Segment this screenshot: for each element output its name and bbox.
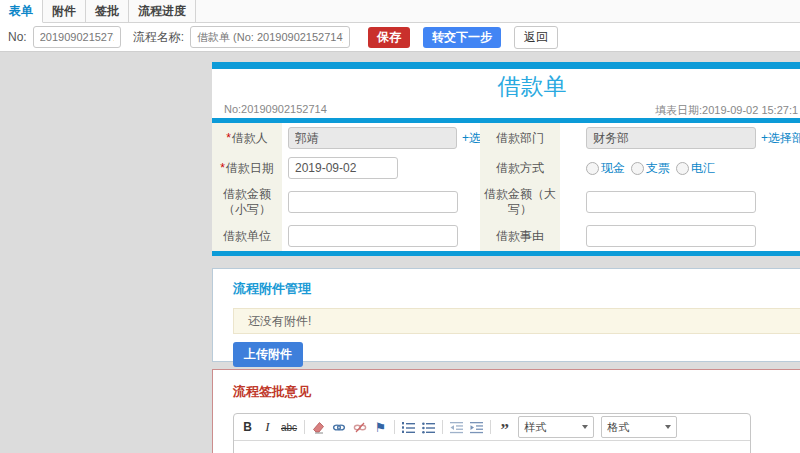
loan-date-input[interactable]	[288, 157, 398, 179]
rich-text-editor: B I abc ⚑	[233, 413, 751, 453]
borrower-label: * 借款人	[212, 123, 282, 153]
required-mark: *	[226, 131, 231, 146]
process-name-input[interactable]	[190, 26, 350, 48]
loan-reason-field	[560, 221, 800, 251]
blockquote-icon[interactable]: ”	[498, 422, 511, 438]
toolbar-separator	[394, 420, 395, 434]
styles-select[interactable]: 样式	[518, 416, 594, 438]
anchor-flag-icon[interactable]: ⚑	[374, 419, 387, 435]
amount-lower-field	[282, 183, 480, 221]
process-name-label: 流程名称:	[133, 29, 184, 46]
radio-wire-transfer[interactable]: 电汇	[676, 160, 715, 177]
doc-number: No:20190902152714	[224, 103, 327, 115]
borrower-field: +选择人员	[282, 123, 480, 153]
toolbar-separator	[490, 420, 491, 434]
toolbar-separator	[304, 420, 305, 434]
strikethrough-icon[interactable]: abc	[281, 419, 297, 435]
chevron-down-icon	[582, 425, 588, 429]
loan-method-field: 现金 支票 电汇	[560, 153, 800, 183]
no-label: No:	[8, 30, 27, 44]
radio-icon	[676, 162, 689, 175]
approval-section: 流程签批意见 B I abc ⚑	[212, 369, 800, 453]
format-select[interactable]: 格式	[601, 416, 677, 438]
form-title: 借款单	[212, 69, 800, 101]
bullet-list-icon[interactable]	[422, 419, 435, 435]
action-toolbar: No: 流程名称: 保存 转交下一步 返回	[0, 23, 800, 52]
radio-icon	[631, 162, 644, 175]
indent-icon[interactable]	[470, 419, 483, 435]
loan-reason-input[interactable]	[586, 225, 756, 247]
attachment-section-title: 流程附件管理	[233, 280, 800, 298]
form-top-bar	[212, 62, 800, 69]
approval-section-title: 流程签批意见	[233, 383, 800, 401]
unlink-icon[interactable]	[353, 419, 367, 435]
italic-icon[interactable]: I	[261, 419, 274, 435]
tab-attachment[interactable]: 附件	[43, 0, 86, 22]
editor-toolbar: B I abc ⚑	[234, 414, 750, 441]
link-icon[interactable]	[332, 419, 346, 435]
forward-next-step-button[interactable]: 转交下一步	[423, 27, 501, 48]
amount-upper-field	[560, 183, 800, 221]
radio-icon	[586, 162, 599, 175]
back-button[interactable]: 返回	[514, 26, 558, 49]
amount-upper-label: 借款金额（大写）	[480, 183, 560, 221]
save-button[interactable]: 保存	[368, 27, 410, 48]
no-attachment-message: 还没有附件!	[233, 308, 800, 334]
remove-format-icon[interactable]	[312, 419, 325, 435]
loan-date-field	[282, 153, 480, 183]
radio-cheque[interactable]: 支票	[631, 160, 670, 177]
page-background: 借款单 No:20190902152714 填表日期:2019-09-02 15…	[0, 52, 800, 453]
no-input[interactable]	[33, 26, 121, 48]
loan-method-label: 借款方式	[480, 153, 560, 183]
chevron-down-icon	[665, 425, 671, 429]
attachment-section: 流程附件管理 还没有附件! 上传附件	[212, 268, 800, 362]
tab-form[interactable]: 表单	[0, 0, 43, 23]
loan-date-label: * 借款日期	[212, 153, 282, 183]
top-tab-bar: 表单 附件 签批 流程进度	[0, 0, 800, 23]
outdent-icon[interactable]	[450, 419, 463, 435]
department-label: 借款部门	[480, 123, 560, 153]
bold-icon[interactable]: B	[241, 419, 254, 435]
select-department-link[interactable]: +选择部门	[761, 130, 800, 147]
editor-content-area[interactable]	[234, 441, 750, 453]
loan-unit-label: 借款单位	[212, 221, 282, 251]
amount-lower-input[interactable]	[288, 191, 458, 213]
fill-date: 填表日期:2019-09-02 15:27:1	[655, 103, 798, 118]
numbered-list-icon[interactable]	[402, 419, 415, 435]
loan-reason-label: 借款事由	[480, 221, 560, 251]
amount-lower-label: 借款金额（小写）	[212, 183, 282, 221]
department-field: +选择部门	[560, 123, 800, 153]
form-meta-row: No:20190902152714 填表日期:2019-09-02 15:27:…	[212, 101, 800, 118]
borrower-input[interactable]	[288, 127, 457, 149]
loan-unit-field	[282, 221, 480, 251]
radio-cash[interactable]: 现金	[586, 160, 625, 177]
loan-form-card: 借款单 No:20190902152714 填表日期:2019-09-02 15…	[212, 62, 800, 256]
amount-upper-input[interactable]	[586, 191, 756, 213]
upload-attachment-button[interactable]: 上传附件	[233, 342, 303, 367]
workflow-form-page: 表单 附件 签批 流程进度 No: 流程名称: 保存 转交下一步 返回 借款单 …	[0, 0, 800, 453]
department-input[interactable]	[586, 127, 756, 149]
loan-unit-input[interactable]	[288, 225, 458, 247]
form-bottom-bar	[212, 251, 800, 256]
toolbar-separator	[442, 420, 443, 434]
tab-approval[interactable]: 签批	[86, 0, 129, 22]
form-fields-grid: * 借款人 +选择人员 借款部门 +选择部门 * 借款日期	[212, 123, 800, 251]
tab-process-progress[interactable]: 流程进度	[129, 0, 196, 22]
required-mark: *	[220, 161, 225, 176]
